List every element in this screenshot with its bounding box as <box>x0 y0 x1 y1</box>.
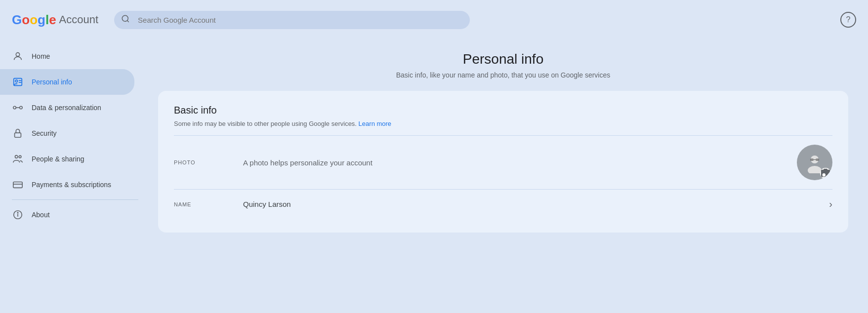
svg-rect-7 <box>13 106 16 109</box>
sidebar-item-about[interactable]: About <box>0 202 134 228</box>
data-personalization-icon <box>12 102 24 114</box>
photo-row[interactable]: PHOTO A photo helps personalize your acc… <box>174 135 832 189</box>
svg-line-1 <box>127 20 129 22</box>
about-icon <box>12 209 24 221</box>
payments-icon <box>12 179 24 191</box>
google-g-letter: Google <box>12 12 56 28</box>
name-value: Quincy Larson <box>243 200 825 208</box>
layout: Home Personal info <box>0 39 868 313</box>
svg-rect-13 <box>13 182 22 188</box>
search-bar <box>114 11 470 29</box>
card-subtitle-text: Some info may be visible to other people… <box>174 120 357 127</box>
photo-label: PHOTO <box>174 159 243 165</box>
search-icon <box>121 14 130 25</box>
home-icon <box>12 50 24 62</box>
help-icon[interactable]: ? <box>840 12 856 28</box>
sidebar-item-data-label: Data & personalization <box>32 104 101 112</box>
sidebar-item-people-label: People & sharing <box>32 155 84 163</box>
card-title: Basic info <box>174 105 832 116</box>
camera-badge <box>820 168 831 179</box>
svg-rect-8 <box>20 106 22 109</box>
card-subtitle: Some info may be visible to other people… <box>174 120 832 127</box>
sidebar-item-data-personalization[interactable]: Data & personalization <box>0 95 134 120</box>
account-label: Account <box>59 13 99 26</box>
svg-point-11 <box>15 156 18 158</box>
svg-point-4 <box>15 80 18 82</box>
page-subtitle: Basic info, like your name and photo, th… <box>158 71 848 79</box>
svg-rect-10 <box>15 133 21 137</box>
camera-icon <box>820 162 831 180</box>
svg-rect-21 <box>810 158 814 161</box>
sidebar-item-people-sharing[interactable]: People & sharing <box>0 146 134 172</box>
sidebar-item-security-label: Security <box>32 129 57 137</box>
sidebar-item-personal-info[interactable]: Personal info <box>0 69 134 95</box>
search-input[interactable] <box>114 11 470 29</box>
learn-more-link[interactable]: Learn more <box>359 120 391 127</box>
security-icon <box>12 127 24 139</box>
main-content: Personal info Basic info, like your name… <box>138 39 868 313</box>
name-label: NAME <box>174 201 243 207</box>
sidebar-item-home[interactable]: Home <box>0 43 134 69</box>
svg-point-12 <box>19 156 21 158</box>
sidebar-item-payments-label: Payments & subscriptions <box>32 181 111 189</box>
svg-rect-22 <box>816 158 819 161</box>
page-title: Personal info <box>158 51 848 67</box>
name-row[interactable]: NAME Quincy Larson › <box>174 189 832 219</box>
user-photo[interactable] <box>797 145 832 180</box>
sidebar-item-security[interactable]: Security <box>0 120 134 146</box>
sidebar-item-payments[interactable]: Payments & subscriptions <box>0 172 134 197</box>
header: Google Account ? <box>0 0 868 39</box>
personal-info-icon <box>12 76 24 88</box>
svg-point-2 <box>16 53 19 56</box>
basic-info-card: Basic info Some info may be visible to o… <box>158 91 848 233</box>
sidebar-divider <box>12 199 138 200</box>
help-label: ? <box>846 15 851 24</box>
name-chevron-icon: › <box>829 198 832 210</box>
people-sharing-icon <box>12 153 24 165</box>
sidebar-item-about-label: About <box>32 211 50 219</box>
sidebar: Home Personal info <box>0 39 138 313</box>
sidebar-item-personal-info-label: Personal info <box>32 78 72 86</box>
google-logo: Google Account <box>12 12 98 28</box>
svg-point-17 <box>17 212 18 213</box>
sidebar-item-home-label: Home <box>32 52 50 60</box>
photo-value: A photo helps personalize your account <box>243 158 797 167</box>
svg-point-0 <box>122 15 128 21</box>
